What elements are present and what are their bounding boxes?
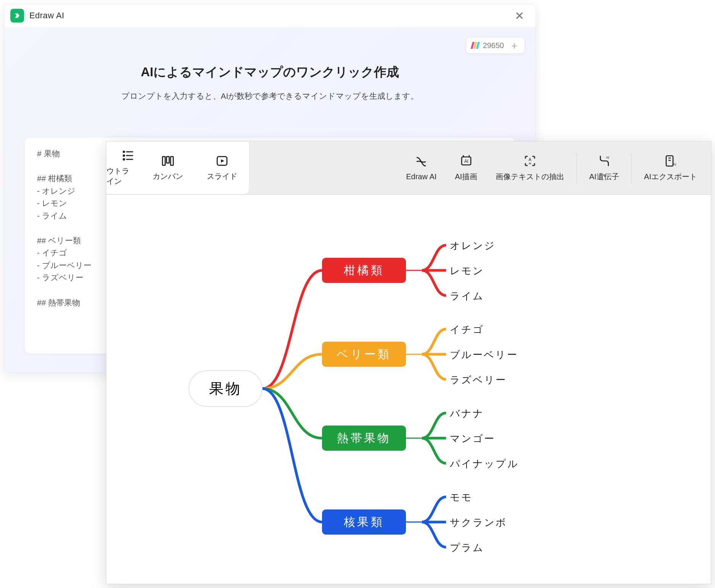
dialog-title: Edraw AI	[29, 11, 64, 21]
tab-outline[interactable]: ウトライン	[106, 141, 141, 194]
mindmap-leaf-node[interactable]: パイナップル	[450, 457, 519, 471]
mindmap-leaf-node[interactable]: レモン	[450, 264, 484, 278]
tool-ai-draw-label: AI描画	[455, 172, 477, 182]
mindmap-leaf-node[interactable]: オレンジ	[450, 239, 496, 252]
toolbar-separator-2	[631, 153, 632, 183]
close-button[interactable]: ✕	[511, 8, 528, 24]
tool-ai-gene[interactable]: Ai AI遺伝子 ▾	[580, 154, 628, 182]
tool-ai-draw[interactable]: Ai AI描画	[446, 154, 486, 182]
svg-rect-6	[163, 156, 165, 165]
tab-kanban[interactable]: カンバン	[141, 141, 195, 194]
svg-text:Ai: Ai	[673, 162, 676, 166]
svg-text:Ai: Ai	[606, 156, 609, 159]
svg-rect-16	[666, 156, 673, 166]
svg-marker-10	[221, 159, 224, 162]
chevron-down-icon-2: ▾	[669, 172, 672, 178]
mindmap-leaf-node[interactable]: プラム	[450, 541, 484, 554]
mindmap-leaf-node[interactable]: ライム	[450, 289, 484, 303]
mindmap-leaf-node[interactable]: バナナ	[450, 407, 484, 420]
view-tabs: ウトライン カンバン スライド	[106, 141, 250, 194]
tab-slide-label: スライド	[207, 171, 237, 182]
mindmap-canvas[interactable]: 果物 柑橘類オレンジレモンライムベリー類イチゴブルーベリーラズベリー熱帯果物バナ…	[106, 195, 711, 584]
mindmap-leaf-node[interactable]: ブルーベリー	[450, 348, 518, 361]
edraw-app-icon	[10, 9, 24, 22]
tool-ai-extract-label: 画像テキストの抽出	[496, 172, 564, 182]
tab-outline-label: ウトライン	[106, 166, 135, 186]
hero-title: AIによるマインドマップのワンクリック作成	[4, 27, 536, 81]
tool-ai-extract[interactable]: AAi 画像テキストの抽出	[486, 154, 573, 182]
mindmap-editor: ウトライン カンバン スライド Edraw AI Ai AI描画 AAi	[106, 141, 711, 584]
mindmap-leaf-node[interactable]: ラズベリー	[450, 373, 507, 387]
svg-point-2	[123, 155, 124, 156]
ai-tool-group: Edraw AI Ai AI描画 AAi 画像テキストの抽出 Ai AI遺伝子 …	[397, 141, 711, 194]
mindmap-branch-node[interactable]: ベリー類	[322, 342, 406, 367]
tool-ai-export[interactable]: Ai AIエクスポート ▾	[635, 154, 711, 182]
editor-toolbar: ウトライン カンバン スライド Edraw AI Ai AI描画 AAi	[106, 141, 711, 195]
mindmap-branch-node[interactable]: 核果類	[322, 509, 406, 535]
toolbar-separator	[577, 153, 577, 183]
dialog-titlebar: Edraw AI ✕	[4, 4, 536, 27]
mindmap-branch-node[interactable]: 熱帯果物	[322, 426, 406, 451]
mindmap-leaf-node[interactable]: サクランボ	[450, 516, 507, 529]
svg-point-4	[123, 159, 124, 160]
svg-rect-8	[171, 156, 173, 165]
mindmap-branch-node[interactable]: 柑橘類	[322, 258, 406, 283]
svg-rect-7	[166, 156, 169, 163]
tab-kanban-label: カンバン	[153, 171, 183, 182]
tool-edraw-ai[interactable]: Edraw AI	[397, 155, 446, 181]
credit-balance-pill: 29650 ＋	[466, 37, 525, 54]
svg-text:Ai: Ai	[464, 159, 468, 164]
chevron-down-icon: ▾	[603, 172, 605, 178]
add-credit-button[interactable]: ＋	[508, 39, 521, 52]
mindmap-leaf-node[interactable]: モモ	[450, 491, 473, 504]
svg-point-0	[123, 151, 124, 152]
svg-text:Ai: Ai	[529, 162, 531, 165]
mindmap-leaf-node[interactable]: イチゴ	[450, 323, 484, 336]
mindmap-root-node[interactable]: 果物	[188, 370, 262, 407]
tool-edraw-ai-label: Edraw AI	[406, 172, 436, 181]
tab-slide[interactable]: スライド	[195, 141, 249, 194]
hero-subtitle: プロンプトを入力すると、AIが数秒で参考できるマインドマップを生成します。	[4, 91, 536, 101]
mindmap-leaf-node[interactable]: マンゴー	[450, 432, 495, 445]
svg-text:A: A	[529, 157, 531, 162]
credit-icon	[472, 42, 479, 49]
credit-amount: 29650	[483, 41, 504, 50]
